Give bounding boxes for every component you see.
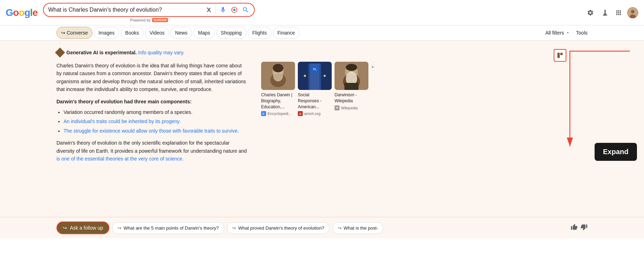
voice-search-button[interactable] bbox=[219, 6, 227, 14]
chevron-down-icon bbox=[565, 30, 570, 35]
suggestion-arrow-2: ↪ bbox=[232, 225, 236, 231]
card-source-2: A amnh.org bbox=[298, 111, 332, 116]
ai-header: Generative AI is experimental. Info qual… bbox=[56, 49, 588, 56]
shopping-label: Shopping bbox=[221, 30, 242, 36]
card-source-label-3: Wikipedia bbox=[341, 106, 358, 110]
card-image-darwin2 bbox=[335, 62, 368, 90]
cards-area: Charles Darwin | Biography, Education,..… bbox=[261, 62, 374, 167]
converse-icon: ↪ bbox=[61, 30, 65, 36]
tab-books[interactable]: Books bbox=[121, 27, 144, 39]
card-source-1: E Encyclopedi... bbox=[261, 111, 295, 116]
search-bar bbox=[43, 3, 255, 17]
card-title-3: Darwinism - Wikipedia bbox=[335, 92, 368, 104]
tools-button[interactable]: Tools bbox=[576, 30, 588, 36]
maps-label: Maps bbox=[198, 30, 210, 36]
ai-experimental-text: Generative AI is experimental. Info qual… bbox=[66, 50, 185, 55]
svg-rect-25 bbox=[344, 83, 359, 90]
suggestion-3[interactable]: ↪ What is the post- bbox=[332, 222, 384, 234]
ai-text-area: Charles Darwin's theory of evolution is … bbox=[56, 62, 247, 167]
search-container: Powered by SURFER bbox=[43, 3, 255, 22]
surfer-badge: SURFER bbox=[152, 18, 168, 22]
card-darwinism-wikipedia[interactable]: Darwinism - Wikipedia W Wikipedia bbox=[335, 62, 368, 110]
suggestion-arrow-1: ↪ bbox=[118, 225, 121, 231]
section-title: Darwin's theory of evolution had three m… bbox=[56, 98, 247, 105]
tab-converse[interactable]: ↪ Converse bbox=[56, 27, 92, 39]
suggestion-label-1: What are the 5 main points of Darwin's t… bbox=[124, 225, 219, 231]
tab-flights[interactable]: Flights bbox=[248, 27, 271, 39]
suggestion-label-3: What is the post- bbox=[344, 225, 378, 231]
search-divider bbox=[216, 6, 216, 14]
card-social-responses[interactable]: 81 Social Responses - American... A amnh… bbox=[298, 62, 332, 116]
lens-search-button[interactable] bbox=[230, 6, 239, 14]
card-image-darwin bbox=[261, 62, 295, 90]
cards-next-button[interactable]: › bbox=[371, 62, 374, 72]
tools-label: Tools bbox=[576, 30, 588, 36]
followup-arrow-icon: ↪ bbox=[63, 225, 67, 231]
svg-rect-6 bbox=[560, 53, 563, 55]
google-logo: Google bbox=[6, 7, 37, 18]
thumbs-down-button[interactable] bbox=[580, 224, 588, 232]
header: Google bbox=[0, 0, 644, 25]
settings-button[interactable] bbox=[585, 7, 596, 18]
svg-text:81: 81 bbox=[313, 67, 317, 71]
finance-label: Finance bbox=[277, 30, 295, 36]
card-source-label-1: Encyclopedi... bbox=[267, 111, 291, 116]
avatar[interactable] bbox=[627, 7, 638, 18]
tab-images[interactable]: Images bbox=[94, 27, 119, 39]
feedback-icons bbox=[571, 224, 588, 232]
books-label: Books bbox=[125, 30, 139, 36]
svg-rect-5 bbox=[558, 53, 560, 58]
ai-diamond-icon bbox=[55, 48, 65, 57]
videos-label: Videos bbox=[150, 30, 165, 36]
card-darwin-biography[interactable]: Charles Darwin | Biography, Education,..… bbox=[261, 62, 295, 116]
card-source-label-2: amnh.org bbox=[304, 111, 320, 116]
amnh-icon: A bbox=[298, 111, 303, 116]
paragraph-1: Charles Darwin's theory of evolution is … bbox=[56, 62, 247, 93]
tab-finance[interactable]: Finance bbox=[273, 27, 300, 39]
ask-followup-button[interactable]: ↪ Ask a follow up bbox=[56, 221, 109, 234]
tab-news[interactable]: News bbox=[170, 27, 192, 39]
paragraph-2: Darwin's theory of evolution is the only… bbox=[56, 139, 247, 163]
expand-icon-button[interactable] bbox=[554, 49, 566, 62]
bullet-2: An individual's traits could be inherite… bbox=[64, 117, 247, 125]
all-filters-label: All filters bbox=[545, 30, 564, 36]
svg-point-18 bbox=[304, 75, 306, 77]
suggestion-1[interactable]: ↪ What are the 5 main points of Darwin's… bbox=[112, 222, 224, 234]
card-image-subway: 81 bbox=[298, 62, 332, 90]
card-source-3: W Wikipedia bbox=[335, 105, 368, 110]
header-icons bbox=[585, 7, 638, 18]
bullet-list: Variation occurred randomly among member… bbox=[56, 108, 247, 135]
wiki-icon: W bbox=[335, 105, 339, 110]
bullet-1: Variation occurred randomly among member… bbox=[64, 108, 247, 116]
flights-label: Flights bbox=[252, 30, 267, 36]
bottom-bar: ↪ Ask a follow up ↪ What are the 5 main … bbox=[0, 217, 644, 238]
content-area: Charles Darwin's theory of evolution is … bbox=[56, 62, 588, 167]
thumbs-up-button[interactable] bbox=[571, 224, 578, 232]
main-content: Generative AI is experimental. Info qual… bbox=[0, 41, 644, 217]
apps-button[interactable] bbox=[613, 7, 624, 18]
suggestion-label-2: What proved Darwin's theory of evolution… bbox=[238, 225, 324, 231]
news-label: News bbox=[175, 30, 187, 36]
svg-point-12 bbox=[273, 64, 283, 72]
tab-videos[interactable]: Videos bbox=[145, 27, 169, 39]
all-filters-button[interactable]: All filters bbox=[545, 30, 570, 36]
suggestion-2[interactable]: ↪ What proved Darwin's theory of evoluti… bbox=[227, 222, 330, 234]
search-input[interactable] bbox=[48, 7, 202, 13]
card-title-2: Social Responses - American... bbox=[298, 92, 332, 110]
clear-search-button[interactable] bbox=[205, 6, 213, 14]
ask-followup-label: Ask a follow up bbox=[70, 225, 103, 231]
search-button[interactable] bbox=[241, 6, 250, 14]
suggestion-arrow-3: ↪ bbox=[338, 225, 342, 231]
nav-tabs: ↪ Converse Images Books Videos News Maps… bbox=[0, 25, 644, 41]
powered-by-label: Powered by SURFER bbox=[130, 18, 168, 22]
nav-right: All filters Tools bbox=[545, 30, 588, 36]
svg-point-24 bbox=[346, 64, 357, 71]
svg-point-19 bbox=[324, 75, 326, 77]
converse-label: Converse bbox=[67, 30, 88, 36]
expand-label[interactable]: Expand bbox=[595, 143, 637, 161]
card-title-1: Charles Darwin | Biography, Education,..… bbox=[261, 92, 295, 110]
bullet-3: The struggle for existence would allow o… bbox=[64, 127, 247, 135]
tab-maps[interactable]: Maps bbox=[193, 27, 215, 39]
labs-button[interactable] bbox=[599, 7, 610, 18]
tab-shopping[interactable]: Shopping bbox=[216, 27, 246, 39]
